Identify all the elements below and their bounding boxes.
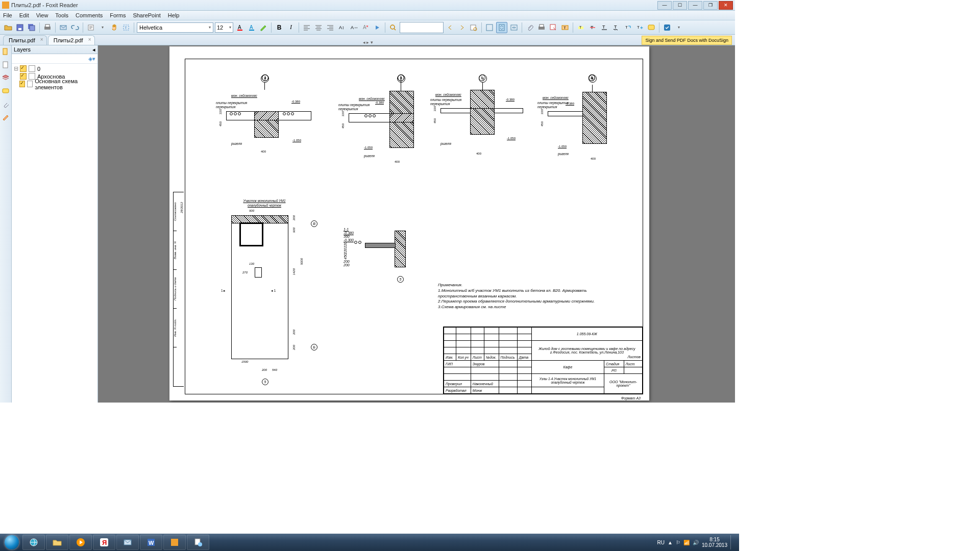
advanced-search-icon[interactable] [469,22,479,33]
bold-icon[interactable]: B [274,22,284,33]
svg-rect-24 [540,24,544,27]
dim-level: -0.380 [566,102,574,105]
docusign-icon[interactable] [662,22,672,33]
comments-icon[interactable] [2,87,10,95]
layer-checkbox[interactable] [20,73,27,80]
svg-rect-20 [486,24,493,31]
layers-icon[interactable] [2,74,10,82]
tb-col: Дата [517,354,531,361]
fit-page-icon[interactable] [496,22,507,33]
dim: 1500 [241,360,248,363]
tab-close-icon[interactable]: × [39,37,44,42]
minimize2-button[interactable]: — [688,1,702,10]
highlight-text-icon[interactable]: T [576,22,586,33]
find-prev-icon[interactable] [445,22,455,33]
select-icon[interactable]: T [121,22,131,33]
tab-1[interactable]: Плиты2.pdf× [48,35,95,45]
save-icon[interactable] [15,22,25,33]
layer-checkbox[interactable] [20,65,27,72]
menu-sharepoint[interactable]: SharePoint [133,12,160,18]
print-icon[interactable] [42,22,53,33]
close-button[interactable]: ✕ [719,1,733,10]
highlight-icon[interactable]: A [247,22,257,33]
print2-icon[interactable] [536,22,547,33]
layer-icon [29,73,35,80]
document-area[interactable]: Согласовано Взам. инв. N Подпись и дата … [98,45,735,403]
bookmarks-icon[interactable] [2,47,10,56]
email-icon[interactable] [58,22,68,33]
underline-icon[interactable]: T [599,22,609,33]
save-all-icon[interactable] [27,22,37,33]
layers-panel: Layers◂ ◈▾ ⊟0 Архоснова Основная схема э… [12,45,98,403]
layers-collapse-icon[interactable]: ◂ [92,46,95,53]
align-right-icon[interactable] [325,22,335,33]
find-next-icon[interactable] [457,22,467,33]
fit-width-icon[interactable] [509,22,519,33]
layer-checkbox[interactable] [19,81,25,87]
vblock-row: Согласовано [174,192,177,231]
play-icon[interactable] [372,22,382,33]
tb-name: Наконечный [471,381,499,387]
note-icon[interactable] [646,22,656,33]
menu-file[interactable]: File [3,12,12,18]
promo-banner[interactable]: Sign and Send PDF Docs with DocuSign [642,36,732,45]
actual-size-icon[interactable] [484,22,495,33]
note-edit-icon[interactable] [548,22,558,33]
fontcolor-icon[interactable]: A [235,22,245,33]
link-icon[interactable] [70,22,80,33]
signatures-icon[interactable] [2,114,10,122]
layers-options-icon[interactable]: ◈▾ [88,56,95,62]
menu-edit[interactable]: Edit [19,12,29,18]
hand-icon[interactable] [109,22,119,33]
maximize-button[interactable]: ☐ [673,1,687,10]
tab-0[interactable]: Плиты.pdf× [3,35,47,45]
font-select[interactable]: Helvetica▾ [137,22,213,33]
svg-text:T: T [564,26,566,30]
docusign-drop-icon[interactable]: ▾ [674,22,684,33]
menu-forms[interactable]: Forms [110,12,126,18]
axis-circle: В [311,220,317,227]
tb-code: 1.055.09-КЖ [531,328,642,341]
dim: 5000 [300,258,303,265]
tab-close-icon[interactable]: × [87,37,92,42]
insert-text-icon[interactable]: T+ [634,22,645,33]
typewriter-drop-icon[interactable]: ▾ [97,22,108,33]
char-spacing-icon[interactable]: A↔ [349,22,359,33]
search-input[interactable] [400,22,444,33]
strikeout-icon[interactable]: T [587,22,598,33]
text-box-icon[interactable]: T [560,22,570,33]
align-left-icon[interactable] [302,22,312,33]
italic-icon[interactable]: I [286,22,296,33]
align-center-icon[interactable] [313,22,324,33]
attach-icon[interactable] [525,22,535,33]
svg-text:T: T [614,24,617,30]
tab-1-label: Плиты2.pdf [54,37,83,43]
dim-h450: 450 [341,123,345,129]
attachments-icon[interactable] [2,101,10,109]
open-icon[interactable] [3,22,13,33]
edit-text-icon[interactable] [258,22,268,33]
label-seismo: мон. сейсмопояс [231,94,257,97]
title-block: 1.055.09-КЖ Жилой дом с гостевыми помеще… [443,327,643,394]
squiggly-icon[interactable]: T [611,22,621,33]
label-rigel: ригеля [231,142,242,145]
spacing-icon[interactable]: A↕ [337,22,347,33]
typewriter-icon[interactable] [86,22,96,33]
layer-item[interactable]: Основная схема элементов [14,80,95,88]
fontsize-select[interactable]: 12▾ [215,22,233,33]
layer-item[interactable]: ⊟0 [14,65,95,72]
restore-button[interactable]: ❐ [703,1,718,10]
menu-view[interactable]: View [36,12,48,18]
axis-circle: В [589,74,595,81]
menu-tools[interactable]: Tools [55,12,68,18]
fontsize-value: 12 [217,24,223,31]
replace-text-icon[interactable]: T [623,22,633,33]
dim: 540 [272,368,277,371]
tab-0-label: Плиты.pdf [9,37,35,43]
remove-format-icon[interactable]: A [360,22,371,33]
menu-comments[interactable]: Comments [76,12,103,18]
minimize-button[interactable]: — [657,1,672,10]
menu-help[interactable]: Help [168,12,180,18]
find-icon[interactable] [388,22,398,33]
pages-icon[interactable] [2,61,10,69]
